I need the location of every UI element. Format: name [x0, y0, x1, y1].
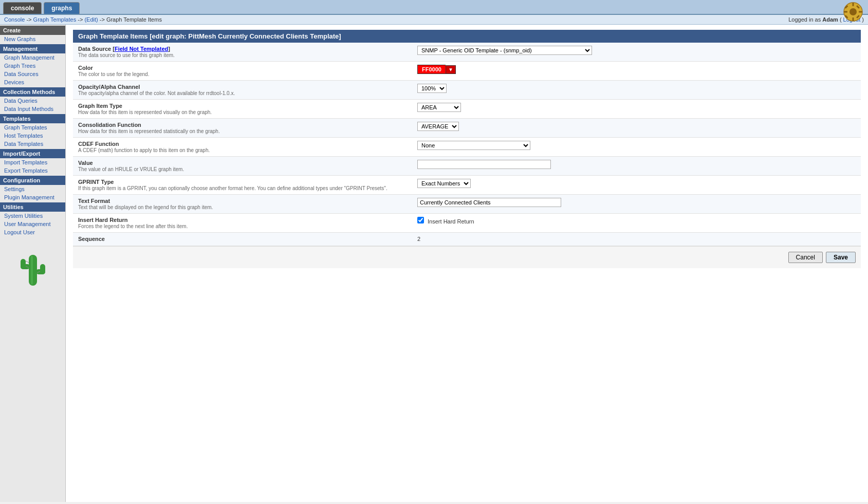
- table-row: Value The value of an HRULE or VRULE gra…: [73, 157, 861, 176]
- value-input[interactable]: [417, 160, 551, 169]
- text-format-input[interactable]: [417, 198, 561, 207]
- cdef-function-select[interactable]: None: [417, 141, 530, 150]
- opacity-select[interactable]: 100% 75% 50% 25%: [417, 84, 447, 93]
- table-row: Data Source [Field Not Templated] The da…: [73, 43, 861, 62]
- sidebar-header-import-export: Import/Export: [0, 149, 65, 158]
- breadcrumb-bar: Console -> Graph Templates -> (Edit) -> …: [0, 15, 868, 25]
- table-row: Insert Hard Return Forces the legend to …: [73, 214, 861, 233]
- color-swatch: FF0000 ▼: [417, 65, 456, 74]
- sidebar-item-graph-trees[interactable]: Graph Trees: [0, 62, 65, 70]
- page-title: Graph Template Items [edit graph: PittMe…: [73, 30, 861, 43]
- svg-line-16: [26, 261, 29, 263]
- sidebar-item-logout-user[interactable]: Logout User: [0, 228, 65, 236]
- field-value-data-source: SNMP - Generic OID Template - (snmp_oid): [412, 43, 861, 62]
- color-box: FF0000: [417, 65, 446, 74]
- table-row: Color The color to use for the legend. F…: [73, 62, 861, 81]
- content-area: Graph Template Items [edit graph: PittMe…: [66, 25, 868, 502]
- svg-rect-14: [40, 264, 45, 274]
- insert-hard-return-label[interactable]: Insert Hard Return: [417, 218, 474, 225]
- sidebar-item-data-queries[interactable]: Data Queries: [0, 97, 65, 105]
- sidebar-header-management: Management: [0, 44, 65, 53]
- cancel-button[interactable]: Cancel: [788, 252, 823, 263]
- field-not-templated-link[interactable]: Field Not Templated: [115, 46, 168, 52]
- tab-graphs[interactable]: graphs: [44, 2, 80, 14]
- table-row: GPRINT Type If this graph item is a GPRI…: [73, 176, 861, 195]
- table-row: Sequence 2: [73, 233, 861, 246]
- svg-rect-12: [21, 259, 26, 269]
- breadcrumb-current: Graph Template Items: [106, 16, 162, 23]
- svg-rect-3: [853, 17, 854, 21]
- table-row: Consolidation Function How data for this…: [73, 119, 861, 138]
- sequence-value: 2: [417, 236, 420, 242]
- form-table: Data Source [Field Not Templated] The da…: [73, 43, 861, 246]
- breadcrumb-console[interactable]: Console: [4, 16, 25, 23]
- table-row: CDEF Function A CDEF (math) function to …: [73, 138, 861, 157]
- sidebar-item-plugin-management[interactable]: Plugin Management: [0, 193, 65, 201]
- sidebar-item-host-templates[interactable]: Host Templates: [0, 132, 65, 140]
- consolidation-function-select[interactable]: AVERAGE MAX MIN LAST: [417, 122, 459, 131]
- sidebar-item-data-input-methods[interactable]: Data Input Methods: [0, 105, 65, 113]
- sidebar-item-system-utilities[interactable]: System Utilities: [0, 212, 65, 220]
- sidebar-item-settings[interactable]: Settings: [0, 185, 65, 193]
- sidebar-item-new-graphs[interactable]: New Graphs: [0, 35, 65, 43]
- table-row: Text Format Text that will be displayed …: [73, 195, 861, 214]
- table-row: Opacity/Alpha Channel The opacity/alpha …: [73, 81, 861, 100]
- save-button[interactable]: Save: [826, 252, 856, 263]
- svg-rect-5: [859, 11, 862, 13]
- top-nav: console graphs: [0, 0, 868, 15]
- cactus-svg: [16, 245, 49, 291]
- tab-console[interactable]: console: [3, 2, 42, 14]
- gear-svg: [843, 2, 863, 22]
- sidebar-header-configuration: Configuration: [0, 176, 65, 185]
- insert-hard-return-checkbox[interactable]: [417, 217, 424, 223]
- graph-item-type-select[interactable]: AREA LINE1 LINE2 LINE3 GPRINT COMMENT HR…: [417, 103, 461, 112]
- sidebar-item-data-templates[interactable]: Data Templates: [0, 140, 65, 148]
- svg-rect-4: [844, 11, 847, 13]
- username: Adam: [822, 16, 838, 23]
- sidebar-header-collection-methods: Collection Methods: [0, 87, 65, 97]
- sidebar-item-import-templates[interactable]: Import Templates: [0, 158, 65, 166]
- svg-point-1: [849, 8, 857, 15]
- svg-rect-2: [853, 3, 854, 6]
- gprint-type-select[interactable]: Exact Numbers Normal Scientific: [417, 179, 471, 188]
- cactus-image: [0, 236, 65, 299]
- sidebar-header-utilities: Utilities: [0, 202, 65, 212]
- sidebar-item-devices[interactable]: Devices: [0, 78, 65, 86]
- breadcrumb-edit[interactable]: (Edit): [84, 16, 98, 23]
- svg-rect-15: [31, 256, 33, 285]
- sidebar: Create New Graphs Management Graph Manag…: [0, 25, 66, 502]
- sidebar-header-templates: Templates: [0, 114, 65, 123]
- sidebar-item-data-sources[interactable]: Data Sources: [0, 70, 65, 78]
- table-row: Graph Item Type How data for this item i…: [73, 100, 861, 119]
- main-layout: Create New Graphs Management Graph Manag…: [0, 25, 868, 502]
- sidebar-header-create: Create: [0, 26, 65, 35]
- gear-icon: [843, 2, 863, 23]
- sidebar-item-graph-management[interactable]: Graph Management: [0, 53, 65, 62]
- sidebar-item-graph-templates[interactable]: Graph Templates: [0, 123, 65, 132]
- button-row: Cancel Save: [73, 246, 861, 268]
- color-dropdown-arrow[interactable]: ▼: [446, 65, 456, 74]
- sidebar-item-export-templates[interactable]: Export Templates: [0, 166, 65, 175]
- data-source-select[interactable]: SNMP - Generic OID Template - (snmp_oid): [417, 46, 592, 55]
- field-label-data-source: Data Source [Field Not Templated] The da…: [73, 43, 412, 62]
- sidebar-item-user-management[interactable]: User Management: [0, 220, 65, 228]
- breadcrumb-graph-templates[interactable]: Graph Templates: [33, 16, 77, 23]
